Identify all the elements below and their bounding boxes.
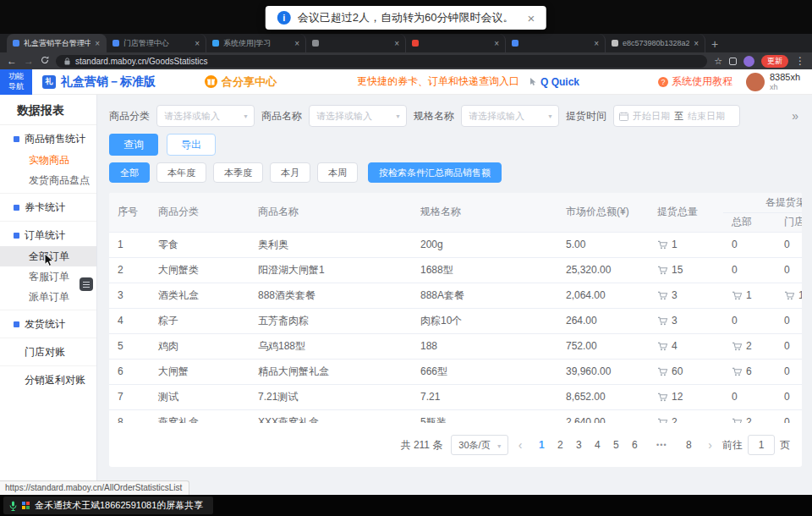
tab-close-icon[interactable]: × xyxy=(394,39,399,48)
table-scroll-area[interactable]: 序号 商品分类 商品名称 规格名称 市场价总额(¥) 提货总量 各提货渠道 总部… xyxy=(109,193,802,423)
sidebar-group[interactable]: 发货统计 xyxy=(0,313,96,335)
search-button[interactable]: 查询 xyxy=(109,134,158,156)
lock-icon xyxy=(64,58,70,65)
tutorial-link[interactable]: ? 系统使用教程 xyxy=(658,74,732,89)
table-cell: 200g xyxy=(412,232,557,257)
spec-select[interactable]: 请选择或输入 ▼ xyxy=(461,105,559,127)
page-number[interactable]: 2 xyxy=(551,436,569,454)
category-select[interactable]: 请选择或输入 ▼ xyxy=(156,105,255,127)
browser-tab[interactable]: × xyxy=(306,34,406,52)
browser-tab[interactable]: 系统使用|学习× xyxy=(206,34,306,52)
action-bar: 查询 导出 xyxy=(109,134,802,156)
page-numbers: 123456 xyxy=(532,436,644,454)
pickup-qty-cell: 0 xyxy=(723,308,776,333)
pickup-qty-cell: 6 xyxy=(723,359,776,384)
sidebar-group[interactable]: 订单统计 xyxy=(0,224,96,246)
pickup-qty-cell: 0 xyxy=(723,232,776,257)
period-tab-week[interactable]: 本周 xyxy=(317,162,358,183)
table-cell: 666型 xyxy=(412,359,557,384)
page-number[interactable]: 3 xyxy=(569,436,588,454)
tab-close-icon[interactable]: × xyxy=(694,39,699,48)
new-tab-button[interactable]: + xyxy=(705,36,724,52)
page-number[interactable]: 5 xyxy=(606,436,625,454)
pickup-qty-value: 3 xyxy=(672,315,678,327)
page-size-select[interactable]: 30条/页 ▼ xyxy=(451,435,508,455)
sidebar-section: 订单统计全部订单客服订单派单订单 xyxy=(0,221,96,310)
table-cell: 大闸蟹类 xyxy=(150,257,250,283)
browser-update-button[interactable]: 更新 xyxy=(761,55,788,68)
browser-tab[interactable]: 礼盒营销平台管理中心× xyxy=(7,34,107,52)
tab-close-icon[interactable]: × xyxy=(195,39,200,48)
summary-by-filter-button[interactable]: 按检索条件汇总商品销售额 xyxy=(368,162,502,183)
product-name-select[interactable]: 请选择或输入 ▼ xyxy=(309,105,407,127)
browser-menu-icon[interactable]: ⋮ xyxy=(795,55,805,67)
browser-profile-avatar[interactable] xyxy=(743,56,754,67)
toolbar-right: ☆ 更新 ⋮ xyxy=(714,55,805,68)
toast-message: 会议已超过2人，自动转为60分钟限时会议。 xyxy=(298,10,514,25)
pickup-qty-cell: 1 xyxy=(723,283,776,308)
screen-share-chip[interactable]: 金禾通技术王斌18662591081的屏幕共享 xyxy=(3,497,213,514)
collapse-panel-icon[interactable]: » xyxy=(792,109,802,123)
bookmark-star-icon[interactable]: ☆ xyxy=(714,56,722,67)
url-text: standard.maboy.cn/GoodsStatistics xyxy=(75,57,208,66)
page-number[interactable]: 6 xyxy=(625,436,644,454)
sidebar-group[interactable]: 门店对账 xyxy=(0,341,96,363)
quick-entry-link[interactable]: Q Quick xyxy=(529,76,579,88)
goto-page-input[interactable] xyxy=(748,435,775,455)
period-tab-year[interactable]: 本年度 xyxy=(156,162,206,183)
tab-close-icon[interactable]: × xyxy=(294,39,299,48)
sidebar-collapse-handle[interactable] xyxy=(80,277,93,291)
sidebar-item[interactable]: 实物商品 xyxy=(0,150,96,170)
extensions-icon[interactable] xyxy=(729,58,737,65)
table-cell: 5 xyxy=(109,333,150,359)
export-button[interactable]: 导出 xyxy=(167,134,216,156)
user-avatar[interactable] xyxy=(746,73,765,91)
screen-share-top-strip: i 会议已超过2人，自动转为60分钟限时会议。 × xyxy=(0,0,812,34)
period-tab-quarter[interactable]: 本季度 xyxy=(213,162,263,183)
tab-close-icon[interactable]: × xyxy=(494,39,499,48)
pickup-qty-cell: 0 xyxy=(723,257,776,283)
tab-close-icon[interactable]: × xyxy=(594,39,599,48)
share-center-link[interactable]: 合分享中心 xyxy=(205,74,277,90)
sidebar-group[interactable]: 商品销售统计 xyxy=(0,128,96,150)
pickup-qty-cell: 0 xyxy=(776,359,802,384)
menu-bullet-icon xyxy=(14,233,19,239)
tab-favicon-icon xyxy=(13,40,19,47)
start-date-placeholder: 开始日期 xyxy=(633,110,670,123)
pickup-qty-value: 15 xyxy=(672,264,683,276)
function-nav-toggle[interactable]: 功能 导航 xyxy=(0,69,32,95)
browser-tab[interactable]: × xyxy=(506,34,606,52)
total-count: 共 211 条 xyxy=(401,438,443,453)
sidebar-group[interactable]: 分销返利对账 xyxy=(0,369,96,391)
sidebar-group[interactable]: 券卡统计 xyxy=(0,196,96,218)
back-icon[interactable]: ← xyxy=(7,56,17,66)
prev-page-icon[interactable]: ‹ xyxy=(517,438,524,452)
page-number[interactable]: 1 xyxy=(532,436,551,454)
page-number[interactable]: 4 xyxy=(588,436,606,454)
pickup-qty-cell: 3 xyxy=(649,308,723,333)
next-page-icon[interactable]: › xyxy=(706,438,714,452)
toast-close-icon[interactable]: × xyxy=(527,11,535,25)
last-page-number[interactable]: 8 xyxy=(679,436,698,454)
sidebar-item[interactable]: 发货商品盘点 xyxy=(0,170,96,190)
tab-close-icon[interactable]: × xyxy=(95,39,100,48)
pickup-qty-cell: 1 xyxy=(649,232,723,257)
page-size-value: 30条/页 xyxy=(458,439,490,452)
browser-tab[interactable]: × xyxy=(406,34,506,52)
address-bar[interactable]: standard.maboy.cn/GoodsStatistics xyxy=(56,55,707,68)
browser-tab[interactable]: 门店管理中心× xyxy=(107,34,206,52)
filter-label-spec: 规格名称 xyxy=(414,109,454,124)
table-cell: 大闸蟹 xyxy=(150,359,250,384)
period-tab-all[interactable]: 全部 xyxy=(109,162,150,183)
pickup-qty-cell: 60 xyxy=(649,359,723,384)
sidebar-item[interactable]: 全部订单 xyxy=(0,246,96,266)
pickup-qty-cell: 0 xyxy=(723,384,776,409)
app-header: 功能 导航 礼 礼盒营销－标准版 合分享中心 更快捷的券卡、订单和快递查询入口 … xyxy=(0,69,812,95)
refresh-icon[interactable] xyxy=(41,56,49,66)
browser-tab[interactable]: e8c573980b1328a258fd2e6l× xyxy=(606,34,705,52)
col-header-channel-group: 各提货渠道 xyxy=(723,193,802,212)
period-tab-month[interactable]: 本月 xyxy=(270,162,310,183)
user-name-block[interactable]: 8385xh xh xyxy=(770,72,800,91)
forward-icon[interactable]: → xyxy=(24,56,34,66)
pickup-date-range-input[interactable]: 开始日期 至 结束日期 xyxy=(613,105,740,127)
